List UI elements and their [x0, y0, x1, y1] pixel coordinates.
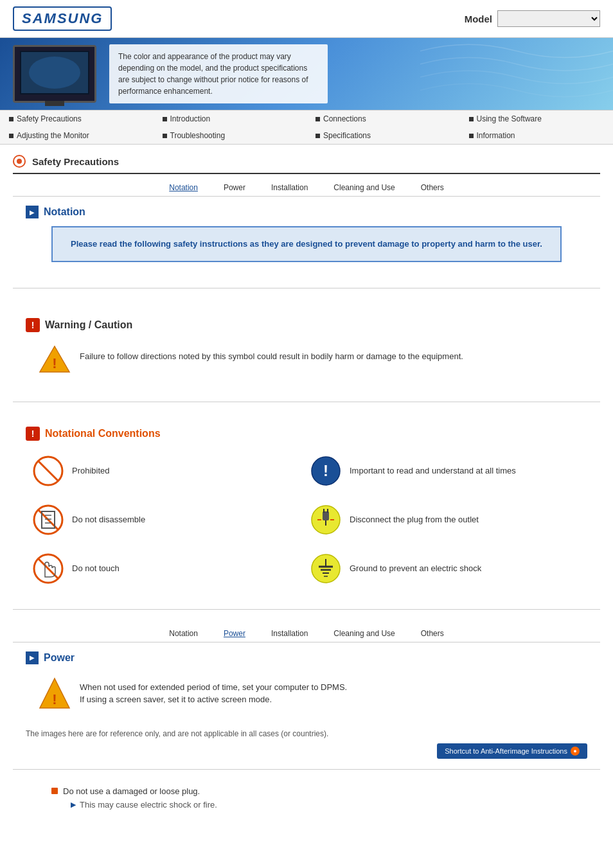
nav-square-icon — [9, 134, 13, 138]
power-description: When not used for extended period of tim… — [80, 676, 347, 706]
tab-nav-1: Notation Power Installation Cleaning and… — [13, 174, 600, 197]
conventions-heading: ! Notational Conventions — [26, 427, 587, 441]
tab-installation-1[interactable]: Installation — [271, 183, 308, 192]
info-box: Please read the following safety instruc… — [51, 226, 562, 262]
warning-description: Failure to follow directions noted by th… — [80, 344, 463, 363]
conventions-warning-icon: ! — [26, 427, 40, 441]
tab-notation-1[interactable]: Notation — [169, 183, 198, 192]
safety-section: Safety Precautions Notation Power Instal… — [0, 145, 613, 770]
power-arrow-icon — [26, 651, 39, 664]
ground-icon — [310, 553, 342, 585]
divider-4 — [13, 769, 600, 770]
nav-intro[interactable]: Introduction — [154, 111, 307, 127]
nav-square-icon — [163, 117, 167, 121]
icon-no-touch: Do not touch — [32, 547, 303, 590]
svg-text:!: ! — [323, 462, 328, 479]
svg-text:!: ! — [52, 355, 57, 371]
sub-arrow-icon: ▶ — [71, 801, 76, 809]
nav-square-icon — [315, 134, 320, 138]
icon-prohibited: Prohibited — [32, 450, 303, 492]
section-title-row: Safety Precautions — [13, 150, 600, 174]
warning-content: ! Failure to follow directions noted by … — [26, 337, 587, 382]
samsung-logo: SAMSUNG — [13, 6, 112, 31]
ground-label: Ground to prevent an electric shock — [350, 563, 481, 573]
nav-troubleshooting[interactable]: Troubleshooting — [154, 127, 307, 144]
prohibited-icon — [32, 455, 64, 487]
sub-bullet-1: ▶ This may cause electric shock or fire. — [51, 800, 562, 810]
nav-software[interactable]: Using the Software — [460, 111, 614, 127]
svg-point-3 — [29, 57, 80, 89]
header: SAMSUNG Model — [0, 0, 613, 38]
arrow-icon — [26, 206, 39, 218]
reference-text: The images here are for reference only, … — [26, 729, 587, 738]
hero-description: The color and appearance of the product … — [109, 44, 328, 103]
conventions-icons-grid: Prohibited ! Important to read and under… — [26, 450, 587, 590]
disconnect-label: Disconnect the plug from the outlet — [350, 515, 479, 524]
nav-adjusting[interactable]: Adjusting the Monitor — [0, 127, 154, 144]
notation-heading: Notation — [26, 206, 587, 218]
warning-icon: ! — [26, 318, 40, 332]
warning-heading: ! Warning / Caution — [26, 318, 587, 332]
icon-important: ! Important to read and understand at al… — [310, 450, 581, 492]
section-title: Safety Precautions — [32, 156, 119, 167]
power-heading: Power — [26, 651, 587, 664]
no-touch-label: Do not touch — [72, 563, 120, 573]
svg-line-7 — [38, 461, 58, 481]
nav-square-icon — [469, 117, 474, 121]
nav-information[interactable]: Information — [460, 127, 614, 144]
nav-bar: Safety Precautions Introduction Connecti… — [0, 110, 613, 145]
power-section: Power ! When not used for extended perio… — [13, 642, 600, 724]
icon-ground: Ground to prevent an electric shock — [310, 547, 581, 590]
nav-square-icon — [9, 117, 13, 121]
section-circle-icon — [13, 155, 26, 168]
nav-square-icon — [163, 134, 167, 138]
tab-others-1[interactable]: Others — [421, 183, 444, 192]
divider-2 — [13, 402, 600, 402]
notation-section: Notation Please read the following safet… — [13, 197, 600, 278]
tab-nav-2: Notation Power Installation Cleaning and… — [13, 620, 600, 642]
bullet-section: Do not use a damaged or loose plug. ▶ Th… — [0, 780, 613, 819]
no-touch-icon — [32, 553, 64, 585]
icon-disconnect: Disconnect the plug from the outlet — [310, 499, 581, 541]
no-disassemble-icon — [32, 504, 64, 536]
nav-specifications[interactable]: Specifications — [306, 127, 460, 144]
divider-1 — [13, 288, 600, 288]
shortcut-button[interactable]: Shortcut to Anti-Afterimage Instructions… — [437, 743, 587, 759]
svg-point-25 — [312, 554, 340, 583]
tab-others-2[interactable]: Others — [421, 629, 444, 638]
triangle-warning-icon: ! — [39, 344, 71, 376]
conventions-title: Notational Conventions — [45, 428, 161, 439]
icon-no-disassemble: Do not disassemble — [32, 499, 303, 541]
nav-connections[interactable]: Connections — [306, 111, 460, 127]
section-circle-inner — [17, 159, 22, 164]
warning-section: ! Warning / Caution ! Failure to follow … — [13, 299, 600, 391]
tab-cleaning-1[interactable]: Cleaning and Use — [333, 183, 395, 192]
shortcut-circle-icon: ● — [571, 747, 580, 756]
tab-installation-2[interactable]: Installation — [271, 629, 308, 638]
svg-rect-17 — [323, 511, 329, 520]
tab-notation-2[interactable]: Notation — [169, 629, 198, 638]
hero-banner: The color and appearance of the product … — [0, 38, 613, 110]
model-label: Model — [465, 13, 492, 24]
important-label: Important to read and understand at all … — [350, 466, 516, 475]
nav-square-icon — [315, 117, 320, 121]
model-select[interactable] — [497, 10, 600, 27]
tab-power-1[interactable]: Power — [224, 183, 245, 192]
nav-square-icon — [469, 134, 474, 138]
nav-safety[interactable]: Safety Precautions — [0, 111, 154, 127]
bullet-square-icon — [51, 788, 58, 794]
svg-line-11 — [38, 509, 58, 530]
shortcut-btn-row: Shortcut to Anti-Afterimage Instructions… — [26, 743, 587, 759]
conventions-section: ! Notational Conventions Prohibited ! Im… — [13, 412, 600, 599]
svg-text:!: ! — [52, 691, 57, 707]
divider-3 — [13, 609, 600, 610]
prohibited-label: Prohibited — [72, 466, 110, 475]
model-area: Model — [465, 10, 600, 27]
tab-power-2[interactable]: Power — [224, 629, 245, 638]
no-disassemble-label: Do not disassemble — [72, 515, 145, 524]
power-title: Power — [44, 652, 75, 664]
notation-title: Notation — [44, 206, 85, 218]
warning-title: Warning / Caution — [45, 319, 132, 331]
tab-cleaning-2[interactable]: Cleaning and Use — [333, 629, 395, 638]
power-content: ! When not used for extended period of t… — [26, 672, 587, 715]
